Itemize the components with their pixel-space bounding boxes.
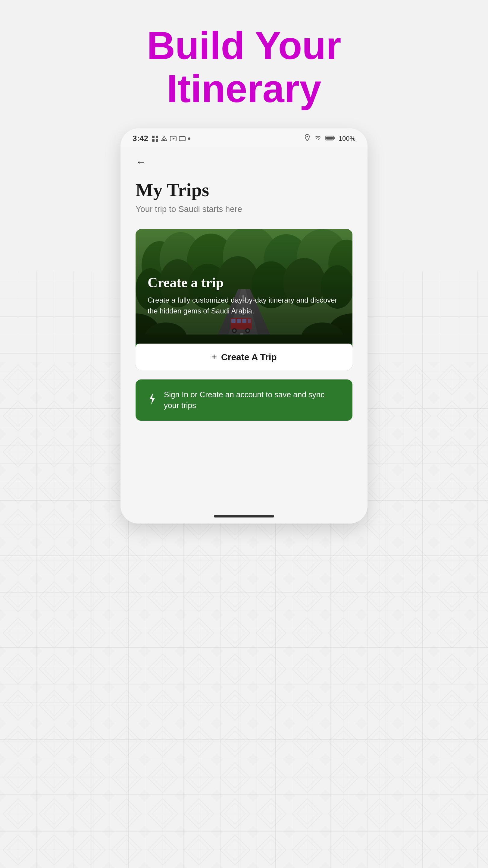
title-section: Build Your Itinerary — [147, 24, 341, 110]
apps-icon — [152, 135, 158, 142]
back-arrow-icon: ← — [135, 156, 147, 168]
wifi-icon — [314, 135, 322, 143]
main-content: Build Your Itinerary 3:42 — [0, 0, 488, 524]
trips-header: My Trips Your trip to Saudi starts here — [135, 179, 352, 214]
battery-percentage: 100% — [338, 135, 355, 143]
svg-rect-22 — [333, 137, 335, 139]
svg-rect-13 — [156, 139, 158, 142]
back-button[interactable]: ← — [135, 156, 147, 167]
phone-mockup: 3:42 — [121, 128, 367, 524]
location-icon — [304, 134, 310, 143]
home-indicator — [214, 515, 274, 518]
trips-title: My Trips — [135, 179, 352, 201]
svg-rect-11 — [156, 135, 158, 138]
phone-bottom — [121, 509, 367, 524]
svg-rect-12 — [152, 139, 155, 142]
notification-dot — [188, 137, 190, 140]
svg-marker-17 — [173, 137, 175, 140]
svg-marker-57 — [150, 393, 155, 404]
trip-card-text-overlay: Create a trip Create a fully customized … — [148, 275, 340, 316]
status-icons — [152, 135, 190, 142]
create-trip-button-label: Create A Trip — [221, 352, 277, 362]
plus-icon: + — [211, 351, 217, 363]
title-line2: Itinerary — [147, 67, 341, 110]
status-bar-right: 100% — [304, 134, 355, 143]
signin-text: Sign In or Create an account to save and… — [164, 389, 340, 411]
create-trip-button[interactable]: + Create A Trip — [135, 344, 352, 370]
status-bar-left: 3:42 — [133, 134, 190, 143]
trip-card: Create a trip Create a fully customized … — [135, 229, 352, 370]
play-icon — [170, 135, 176, 142]
title-line1: Build Your — [147, 24, 341, 67]
trips-subtitle: Your trip to Saudi starts here — [135, 204, 352, 214]
battery-icon — [325, 135, 335, 143]
status-bar: 3:42 — [121, 128, 367, 147]
screen-icon — [179, 135, 186, 142]
svg-point-20 — [306, 135, 308, 137]
lightning-icon — [148, 393, 157, 407]
svg-rect-23 — [326, 136, 333, 140]
mountain-icon — [161, 135, 167, 142]
create-trip-card-title: Create a trip — [148, 275, 340, 290]
svg-rect-18 — [179, 136, 185, 141]
svg-rect-10 — [152, 135, 155, 138]
trip-card-image: Create a trip Create a fully customized … — [135, 229, 352, 344]
status-time: 3:42 — [133, 134, 148, 143]
app-content: ← My Trips Your trip to Saudi starts her… — [121, 147, 367, 509]
create-trip-card-desc: Create a fully customized day-by-day iti… — [148, 295, 340, 316]
signin-banner[interactable]: Sign In or Create an account to save and… — [135, 379, 352, 421]
